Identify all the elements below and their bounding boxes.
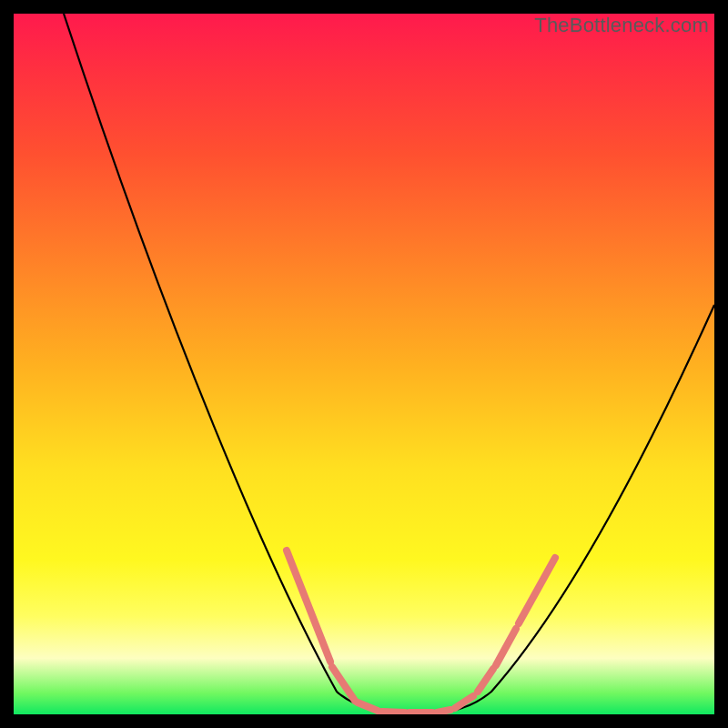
dash-seg <box>332 667 355 701</box>
dash-seg <box>382 712 405 713</box>
dash-seg <box>358 703 378 711</box>
left-curve-dashes <box>287 551 432 713</box>
dash-seg <box>455 696 473 708</box>
dash-seg <box>496 629 516 665</box>
dash-seg <box>437 710 450 713</box>
right-curve <box>432 305 714 713</box>
left-curve <box>64 14 432 713</box>
chart-svg <box>14 14 714 714</box>
right-curve-dashes <box>437 558 555 713</box>
dash-seg <box>478 669 493 692</box>
chart-frame: TheBottleneck.com <box>14 14 714 714</box>
